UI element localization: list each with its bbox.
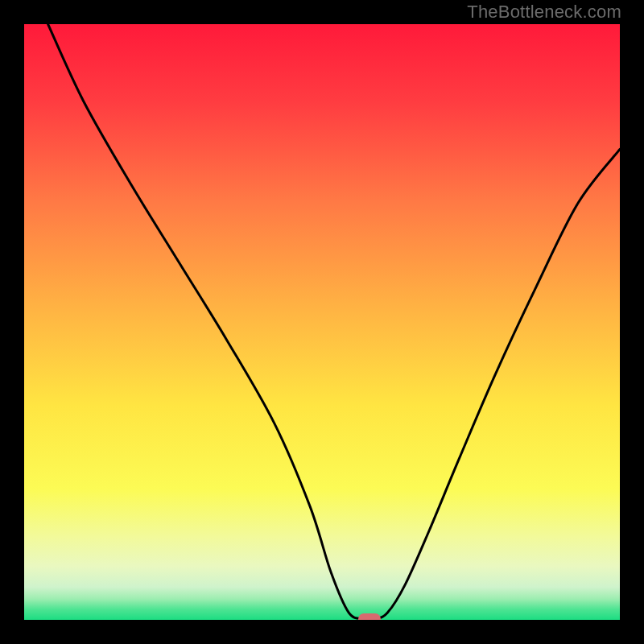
curve-layer xyxy=(24,24,620,620)
plot-area xyxy=(24,24,620,620)
bottleneck-curve xyxy=(48,24,620,619)
optimum-marker xyxy=(358,613,381,620)
chart-frame: TheBottleneck.com xyxy=(0,0,644,644)
watermark-text: TheBottleneck.com xyxy=(467,2,621,23)
